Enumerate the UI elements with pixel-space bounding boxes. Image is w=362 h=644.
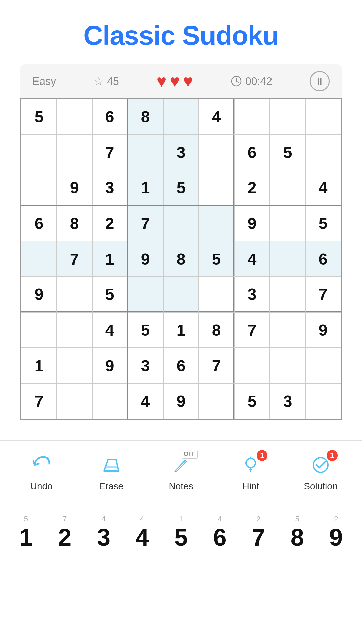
cell-r6-c7[interactable] (270, 312, 305, 348)
solution-icon-wrap: 1 (309, 453, 333, 477)
erase-control[interactable]: Erase (76, 453, 145, 492)
cell-r7-c6[interactable] (234, 348, 270, 383)
cell-r5-c1[interactable] (57, 277, 92, 312)
cell-r5-c0[interactable]: 9 (21, 277, 57, 312)
cell-r2-c3[interactable]: 1 (128, 170, 163, 206)
cell-r4-c3[interactable]: 9 (128, 241, 163, 277)
cell-r7-c7[interactable] (270, 348, 305, 383)
cell-r5-c3[interactable] (128, 277, 163, 312)
numpad-8[interactable]: 58 (278, 515, 317, 549)
cell-r2-c5[interactable] (199, 170, 234, 206)
cell-r5-c2[interactable]: 5 (92, 277, 128, 312)
numpad-2[interactable]: 72 (46, 515, 84, 549)
cell-r7-c4[interactable]: 6 (163, 348, 199, 383)
cell-r6-c8[interactable]: 9 (305, 312, 341, 348)
cell-r8-c4[interactable]: 9 (163, 383, 199, 419)
cell-r4-c5[interactable]: 5 (199, 241, 234, 277)
cell-r0-c6[interactable] (234, 99, 270, 135)
cell-r8-c3[interactable]: 4 (128, 383, 163, 419)
cell-r5-c4[interactable] (163, 277, 199, 312)
cell-r1-c6[interactable]: 6 (234, 135, 270, 170)
numpad-7[interactable]: 27 (239, 515, 278, 549)
cell-r1-c7[interactable]: 5 (270, 135, 305, 170)
cell-r0-c5[interactable]: 4 (199, 99, 234, 135)
hint-control[interactable]: 1 Hint (216, 453, 285, 492)
numpad-3[interactable]: 43 (84, 515, 123, 549)
numpad-9[interactable]: 29 (317, 515, 356, 549)
cell-r5-c5[interactable] (199, 277, 234, 312)
cell-r0-c3[interactable]: 8 (128, 99, 163, 135)
cell-r1-c4[interactable]: 3 (163, 135, 199, 170)
cell-r1-c8[interactable] (305, 135, 341, 170)
cell-r4-c7[interactable] (270, 241, 305, 277)
cell-r4-c6[interactable]: 4 (234, 241, 270, 277)
cell-r6-c4[interactable]: 1 (163, 312, 199, 348)
cell-r6-c3[interactable]: 5 (128, 312, 163, 348)
cell-r6-c1[interactable] (57, 312, 92, 348)
cell-r6-c0[interactable] (21, 312, 57, 348)
cell-r4-c0[interactable] (21, 241, 57, 277)
cell-r3-c4[interactable] (163, 206, 199, 241)
cell-r6-c5[interactable]: 8 (199, 312, 234, 348)
numpad-6[interactable]: 46 (200, 515, 239, 549)
cell-r2-c8[interactable]: 4 (305, 170, 341, 206)
numpad-1[interactable]: 51 (7, 515, 46, 549)
cell-r4-c8[interactable]: 6 (305, 241, 341, 277)
cell-r8-c8[interactable] (305, 383, 341, 419)
cell-r5-c6[interactable]: 3 (234, 277, 270, 312)
cell-r7-c8[interactable] (305, 348, 341, 383)
cell-r4-c2[interactable]: 1 (92, 241, 128, 277)
cell-r1-c2[interactable]: 7 (92, 135, 128, 170)
cell-r3-c1[interactable]: 8 (57, 206, 92, 241)
cell-r7-c2[interactable]: 9 (92, 348, 128, 383)
cell-r2-c7[interactable] (270, 170, 305, 206)
cell-r7-c0[interactable]: 1 (21, 348, 57, 383)
cell-r2-c0[interactable] (21, 170, 57, 206)
notes-control[interactable]: OFF Notes (146, 453, 216, 492)
cell-r2-c2[interactable]: 3 (92, 170, 128, 206)
cell-r8-c1[interactable] (57, 383, 92, 419)
cell-r3-c3[interactable]: 7 (128, 206, 163, 241)
cell-r3-c2[interactable]: 2 (92, 206, 128, 241)
cell-r3-c0[interactable]: 6 (21, 206, 57, 241)
cell-r8-c2[interactable] (92, 383, 128, 419)
cell-r8-c5[interactable] (199, 383, 234, 419)
cell-r0-c8[interactable] (305, 99, 341, 135)
difficulty-label: Easy (32, 75, 56, 88)
pause-button[interactable]: ⏸ (310, 71, 330, 91)
cell-r8-c0[interactable]: 7 (21, 383, 57, 419)
cell-r0-c4[interactable] (163, 99, 199, 135)
numpad-5[interactable]: 15 (162, 515, 200, 549)
numpad-4[interactable]: 44 (123, 515, 162, 549)
cell-r8-c7[interactable]: 3 (270, 383, 305, 419)
cell-r5-c8[interactable]: 7 (305, 277, 341, 312)
cell-r7-c1[interactable] (57, 348, 92, 383)
cell-r1-c3[interactable] (128, 135, 163, 170)
cell-r2-c4[interactable]: 5 (163, 170, 199, 206)
cell-r7-c3[interactable]: 3 (128, 348, 163, 383)
undo-control[interactable]: Undo (7, 453, 76, 492)
cell-r6-c6[interactable]: 7 (234, 312, 270, 348)
cell-r6-c2[interactable]: 4 (92, 312, 128, 348)
cell-r0-c7[interactable] (270, 99, 305, 135)
cell-r4-c1[interactable]: 7 (57, 241, 92, 277)
cell-r5-c7[interactable] (270, 277, 305, 312)
cell-r2-c1[interactable]: 9 (57, 170, 92, 206)
cell-r3-c6[interactable]: 9 (234, 206, 270, 241)
solution-control[interactable]: 1 Solution (286, 453, 355, 492)
cell-r7-c5[interactable]: 7 (199, 348, 234, 383)
numpad: 517243441546275829 (0, 504, 362, 566)
cell-r3-c5[interactable] (199, 206, 234, 241)
cell-r1-c0[interactable] (21, 135, 57, 170)
cell-r0-c2[interactable]: 6 (92, 99, 128, 135)
cell-r0-c1[interactable] (57, 99, 92, 135)
cell-r1-c5[interactable] (199, 135, 234, 170)
cell-r1-c1[interactable] (57, 135, 92, 170)
cell-r0-c0[interactable]: 5 (21, 99, 57, 135)
cell-r8-c6[interactable]: 5 (234, 383, 270, 419)
cell-r2-c6[interactable]: 2 (234, 170, 270, 206)
sudoku-grid-container: 5684736593152468279571985469537451879193… (20, 98, 342, 420)
cell-r3-c8[interactable]: 5 (305, 206, 341, 241)
cell-r4-c4[interactable]: 8 (163, 241, 199, 277)
cell-r3-c7[interactable] (270, 206, 305, 241)
